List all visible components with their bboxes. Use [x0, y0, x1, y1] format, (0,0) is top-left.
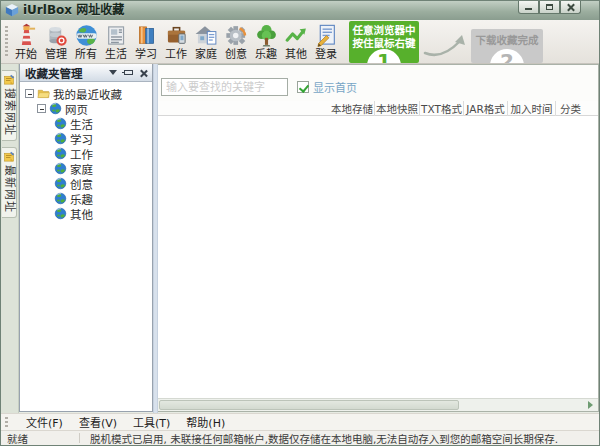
show-homepage-label: 显示首页: [313, 79, 357, 95]
toolbar-button-fun[interactable]: 乐趣: [251, 21, 281, 63]
dock-tab-latest-urls[interactable]: 最新网址: [2, 147, 17, 218]
maximize-button[interactable]: [539, 1, 560, 14]
toolbar-button-work[interactable]: 工作: [161, 21, 191, 63]
url-list-empty[interactable]: [158, 116, 598, 398]
tree-node-life[interactable]: 生活: [22, 116, 150, 131]
favorites-panel-header: 收藏夹管理: [20, 64, 152, 82]
show-homepage-option[interactable]: 显示首页: [297, 79, 357, 95]
column-header-local-snapshot[interactable]: 本地快照: [374, 101, 419, 116]
globe-icon: [54, 177, 67, 190]
tree-node-family[interactable]: 家庭: [22, 161, 150, 176]
toolbar-button-family[interactable]: 家庭: [191, 21, 221, 63]
curved-arrow-icon: [422, 29, 468, 59]
toolbar-button-life[interactable]: 生活: [101, 21, 131, 63]
globe-icon: [54, 147, 67, 160]
folder-icon: [37, 87, 50, 100]
scrollbar-thumb[interactable]: [159, 400, 459, 410]
column-header-jar-format[interactable]: JAR格式: [463, 101, 507, 116]
url-list-pane: 显示首页 本地存储 本地快照 TXT格式 JAR格式 加入时间 分类: [158, 64, 599, 412]
checkbox-checked-icon[interactable]: [297, 81, 309, 93]
zigzag-arrow-icon: [284, 23, 309, 48]
menu-help[interactable]: 帮助(H): [186, 414, 225, 430]
toolbar-button-all[interactable]: 所有: [71, 21, 101, 63]
main-toolbar: 开始 管理 所有 生活 学习 工作 家庭 创意 乐趣 其他 登录 任意浏览器中 …: [1, 20, 599, 64]
tree-node-fun[interactable]: 乐趣: [22, 191, 150, 206]
toolbar-button-start[interactable]: 开始: [11, 21, 41, 63]
gear-icon: [224, 23, 249, 48]
dock-tab-search-urls[interactable]: 搜索网址: [2, 70, 17, 141]
step1-badge: 任意浏览器中 按住鼠标右键 1: [349, 21, 419, 63]
close-button[interactable]: [560, 1, 581, 14]
panel-pin-button[interactable]: [122, 67, 134, 79]
horizontal-scrollbar[interactable]: [158, 398, 598, 411]
tree-expand-toggle[interactable]: [25, 89, 34, 98]
column-header-added-time[interactable]: 加入时间: [507, 101, 555, 116]
favorites-panel: 收藏夹管理 我的最近收藏 网页 生活 学习 工作 家庭: [19, 64, 153, 412]
lighthouse-icon: [14, 23, 39, 48]
step2-badge: 下载收藏完成 2: [471, 29, 543, 63]
panel-title: 收藏夹管理: [25, 65, 104, 81]
tree-node-webpages[interactable]: 网页: [22, 101, 150, 116]
column-header-category[interactable]: 分类: [555, 101, 598, 116]
search-row: 显示首页: [158, 65, 598, 101]
list-column-headers: 本地存储 本地快照 TXT格式 JAR格式 加入时间 分类: [158, 101, 598, 116]
house-icon: [194, 23, 219, 48]
dock-strip: 搜索网址 最新网址: [1, 64, 19, 413]
window-controls: [518, 1, 581, 14]
close-icon: [139, 69, 147, 77]
window-title: iUrlBox 网址收藏: [23, 3, 124, 18]
title-bar: iUrlBox 网址收藏: [1, 1, 599, 20]
menu-file[interactable]: 文件(F): [26, 414, 63, 430]
tree-node-creative[interactable]: 创意: [22, 176, 150, 191]
instruction-steps: 任意浏览器中 按住鼠标右键 1 下载收藏完成 2: [349, 21, 543, 63]
step2-label: 下载收藏完成: [471, 34, 543, 46]
tree-node-recent-favorites[interactable]: 我的最近收藏: [22, 86, 150, 101]
toolbar-button-other[interactable]: 其他: [281, 21, 311, 63]
briefcase-icon: [164, 23, 189, 48]
app-logo-icon: [5, 3, 19, 17]
panel-menu-button[interactable]: [107, 67, 119, 79]
tree-node-work[interactable]: 工作: [22, 146, 150, 161]
toolbar-gripper[interactable]: [5, 26, 8, 58]
step1-line1: 任意浏览器中: [349, 24, 419, 37]
panel-close-button[interactable]: [137, 67, 149, 79]
status-bar: 就绪 脱机模式已启用, 未联接任何邮箱帐户,数据仅存储在本地电脑,无法自动存入到…: [1, 430, 599, 445]
globe-icon: [54, 132, 67, 145]
globe-www-icon: [74, 23, 99, 48]
status-ready: 就绪: [7, 431, 69, 446]
step2-number: 2: [490, 49, 524, 63]
tree-node-study[interactable]: 学习: [22, 131, 150, 146]
app-window: iUrlBox 网址收藏 开始 管理 所有 生活 学习 工作 家庭 创意 乐趣 …: [0, 0, 600, 446]
step1-number: 1: [367, 49, 401, 63]
globe-icon: [54, 192, 67, 205]
menubar-gripper[interactable]: [5, 417, 8, 428]
tree-expand-toggle[interactable]: [37, 104, 46, 113]
status-message: 脱机模式已启用, 未联接任何邮箱帐户,数据仅存储在本地电脑,无法自动存入到您的邮…: [90, 431, 558, 446]
minimize-button[interactable]: [518, 1, 539, 14]
column-header-local-storage[interactable]: 本地存储: [330, 101, 374, 116]
globe-icon: [54, 207, 67, 220]
toolbar-button-login[interactable]: 登录: [311, 21, 341, 63]
pin-icon: [124, 70, 133, 75]
globe-icon: [54, 162, 67, 175]
maximize-icon: [546, 4, 553, 10]
menu-view[interactable]: 查看(V): [79, 414, 117, 430]
tree-node-other[interactable]: 其他: [22, 206, 150, 221]
globe-icon: [54, 117, 67, 130]
column-header-txt-format[interactable]: TXT格式: [419, 101, 463, 116]
search-input[interactable]: [161, 78, 288, 96]
main-area: 搜索网址 最新网址 收藏夹管理 我的最近收藏: [1, 64, 599, 413]
database-icon: [44, 23, 69, 48]
note-icon: [3, 74, 15, 86]
toolbar-button-study[interactable]: 学习: [131, 21, 161, 63]
globe-icon: [49, 102, 62, 115]
minimize-icon: [525, 8, 532, 10]
menu-bar: 文件(F) 查看(V) 工具(T) 帮助(H): [1, 413, 599, 430]
favorites-tree: 我的最近收藏 网页 生活 学习 工作 家庭 创意 乐趣 其他: [20, 82, 152, 411]
menu-tools[interactable]: 工具(T): [133, 414, 170, 430]
books-icon: [134, 23, 159, 48]
toolbar-button-creative[interactable]: 创意: [221, 21, 251, 63]
toolbar-button-manage[interactable]: 管理: [41, 21, 71, 63]
scroll-right-button[interactable]: [584, 400, 597, 410]
status-separator: [79, 433, 80, 443]
